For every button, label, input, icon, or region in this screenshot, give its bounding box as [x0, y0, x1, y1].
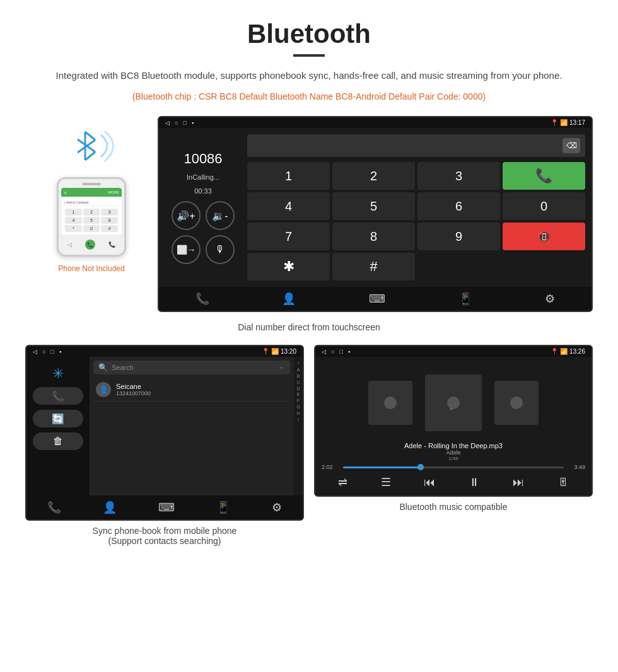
music-screenshot: ◁ ○ □ ▪ 📍 📶 13:26 ♪	[314, 345, 593, 497]
mute-btn[interactable]: 🎙	[206, 235, 235, 264]
nav-transfer-icon[interactable]: 📱	[458, 292, 472, 306]
pb-alpha-g: G	[294, 404, 303, 410]
phone-speaker	[82, 183, 101, 185]
pb-notif-icon: ▪	[59, 349, 61, 355]
progress-bar[interactable]	[343, 466, 564, 468]
phone-dialpad: 1 2 3 4 5 6 * 0 #	[64, 209, 119, 232]
prev-icon[interactable]: ⏮	[424, 476, 435, 489]
key-2[interactable]: 2	[83, 209, 100, 216]
pb-call-btn[interactable]: 📞	[33, 387, 83, 405]
album-circle-left	[384, 397, 397, 409]
pb-delete-btn[interactable]: 🗑	[33, 432, 83, 450]
progress-bar-wrap: 2:02 3:49	[322, 464, 585, 470]
music-statusbar-right: 📍 📶 13:26	[551, 348, 585, 355]
notif-icon: ▪	[192, 120, 194, 126]
pb-back-icon: ◁	[33, 349, 37, 355]
phone-call-btn[interactable]: 📞	[85, 240, 95, 250]
pb-bottom-nav: 📞 👤 ⌨ 📱 ⚙	[26, 495, 303, 519]
call-controls: 🔊+ 🔉- ⬜→ 🎙	[172, 201, 235, 264]
numpad-3[interactable]: 3	[417, 162, 500, 190]
dialer-statusbar: ◁ ○ □ ▪ 📍 📶 13:17	[159, 117, 592, 128]
key-hash[interactable]: #	[101, 225, 118, 232]
statusbar-nav: ◁ ○ □ ▪	[165, 120, 194, 126]
key-3[interactable]: 3	[101, 209, 118, 216]
play-pause-icon[interactable]: ⏸	[469, 476, 480, 489]
numpad-star[interactable]: ✱	[247, 253, 330, 281]
pb-search-icon: 🔍	[98, 363, 108, 372]
nav-calls-icon[interactable]: 📞	[195, 292, 209, 306]
phone-back-label: ✕	[64, 190, 67, 195]
progress-fill	[343, 466, 421, 468]
numpad-end-btn[interactable]: 📵	[503, 223, 585, 250]
pb-alpha-e: E	[294, 391, 303, 398]
music-statusbar-nav: ◁ ○ □ ▪	[322, 349, 350, 355]
pb-gps-icon: 📍	[262, 348, 269, 355]
pb-contact-number: 13241007000	[116, 390, 288, 397]
phone-back-btn: ◁	[67, 241, 72, 248]
pb-nav-transfer[interactable]: 📱	[216, 501, 230, 514]
vol-down-btn[interactable]: 🔉-	[206, 201, 235, 230]
bluetooth-icon-wrap	[66, 122, 117, 172]
phone-end-btn: 📞	[108, 241, 115, 248]
pb-nav-settings[interactable]: ⚙	[272, 501, 282, 514]
phone-top-bar	[61, 183, 122, 185]
pb-alpha-a: A	[294, 367, 303, 373]
screen-btn[interactable]: ⬜→	[172, 235, 201, 264]
numpad-7[interactable]: 7	[247, 223, 330, 250]
numpad-call-btn[interactable]: 📞	[503, 162, 585, 190]
pb-content: ✳ 📞 🔄 🗑 🔍 Search ←	[26, 357, 303, 495]
pb-main: 🔍 Search ← 👤 Seicane 13241007000	[90, 357, 294, 495]
album-circle-center	[447, 397, 460, 409]
pb-home-icon: ○	[42, 349, 45, 355]
numpad-grid: 1 2 3 📞 4 5 6 0 7 8 9 📵 ✱ #	[247, 162, 585, 281]
pb-statusbar-right: 📍 📶 13:20	[262, 348, 296, 355]
pb-alpha-i: I	[294, 417, 303, 423]
key-4[interactable]: 4	[65, 217, 82, 224]
pb-nav-dialpad[interactable]: ⌨	[158, 501, 175, 514]
key-5[interactable]: 5	[83, 217, 100, 224]
nav-contacts-icon[interactable]: 👤	[282, 292, 296, 306]
numpad-1[interactable]: 1	[247, 162, 330, 190]
pb-alpha-f: F	[294, 398, 303, 404]
vol-up-btn[interactable]: 🔊+	[172, 201, 201, 230]
time-total: 3:49	[568, 464, 585, 470]
key-1[interactable]: 1	[65, 209, 82, 216]
phone-screen-header: ✕ MORE	[61, 188, 122, 197]
phone-header-title: MORE	[108, 190, 119, 194]
playlist-icon[interactable]: ☰	[381, 475, 391, 489]
progress-scrubber[interactable]	[417, 464, 424, 470]
numpad-hash[interactable]: #	[332, 253, 415, 281]
pb-sidebar: ✳ 📞 🔄 🗑	[26, 357, 90, 495]
numpad-8[interactable]: 8	[332, 223, 415, 250]
numpad-2[interactable]: 2	[332, 162, 415, 190]
pb-nav-calls[interactable]: 📞	[47, 501, 61, 514]
pb-alpha-b: B	[294, 373, 303, 379]
pb-back-arrow: ←	[278, 364, 285, 371]
numpad-4[interactable]: 4	[247, 192, 330, 220]
numpad-9[interactable]: 9	[417, 223, 500, 250]
numpad-5[interactable]: 5	[332, 192, 415, 220]
nav-dialpad-icon[interactable]: ⌨	[369, 292, 385, 306]
pb-sync-btn[interactable]: 🔄	[33, 410, 83, 427]
music-signal-icon: 📶	[560, 348, 568, 355]
key-7[interactable]: *	[65, 225, 82, 232]
next-icon[interactable]: ⏭	[513, 476, 524, 489]
music-controls: ⇌ ☰ ⏮ ⏸ ⏭ 🎚	[322, 475, 585, 489]
pb-contact-row[interactable]: 👤 Seicane 13241007000	[93, 378, 290, 402]
phone-add-contact: + Add to Contacts	[64, 199, 119, 206]
numpad-6[interactable]: 6	[417, 192, 500, 220]
shuffle-icon[interactable]: ⇌	[338, 475, 347, 489]
key-6[interactable]: 6	[101, 217, 118, 224]
nav-settings-icon[interactable]: ⚙	[545, 292, 555, 306]
music-gps-icon: 📍	[551, 348, 558, 355]
dialer-bottom-nav: 📞 👤 ⌨ 📱 ⚙	[159, 287, 592, 311]
backspace-btn[interactable]: ⌫	[563, 138, 580, 153]
back-icon: ◁	[165, 120, 170, 126]
pb-search-bar[interactable]: 🔍 Search ←	[93, 361, 290, 374]
numpad-0[interactable]: 0	[503, 192, 585, 220]
key-0[interactable]: 0	[83, 225, 100, 232]
pb-statusbar: ◁ ○ □ ▪ 📍 📶 13:20	[26, 346, 303, 357]
pb-alpha-index: * A B C D E F G H I	[294, 357, 303, 495]
equalizer-icon[interactable]: 🎚	[557, 476, 569, 489]
pb-nav-contacts[interactable]: 👤	[103, 501, 117, 514]
